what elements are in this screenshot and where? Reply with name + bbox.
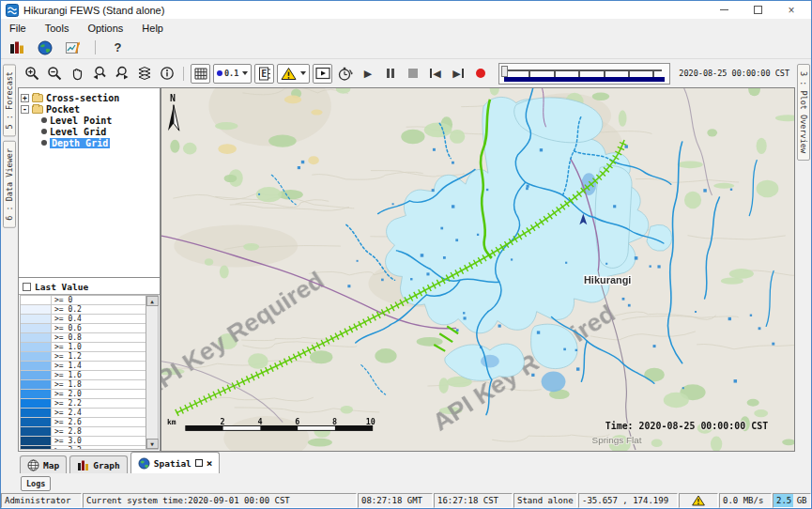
menu-tools[interactable]: Tools [45, 23, 69, 34]
tree-node-label[interactable]: Level Grid [50, 127, 106, 137]
legend-row[interactable]: >= 2.2 [21, 399, 146, 409]
record-button[interactable] [470, 64, 490, 84]
pan-hand-icon[interactable] [67, 64, 86, 84]
skip-to-start-button[interactable]: ◀ [425, 64, 445, 84]
tree-node-label[interactable]: Level Point [50, 116, 112, 126]
menu-options[interactable]: Options [87, 23, 123, 34]
legend-row[interactable]: >= 0.6 [21, 324, 146, 333]
time-slider[interactable] [498, 63, 670, 85]
legend-row[interactable]: >= 3.2 [21, 446, 146, 449]
app-window: Hikurangi FEWS (Stand alone) × File Tool… [0, 0, 812, 509]
legend-row[interactable]: >= 1.8 [21, 380, 146, 390]
menu-file[interactable]: File [9, 23, 26, 34]
scroll-down-icon[interactable]: ▼ [146, 439, 159, 449]
town-label: Hikurangi [584, 274, 631, 285]
legend-row-label: >= 2.6 [52, 418, 146, 426]
bar-chart-icon [77, 459, 89, 471]
legend-row[interactable]: >= 0.2 [21, 305, 146, 315]
legend-row[interactable]: >= 0 [21, 296, 146, 305]
grid-display-button[interactable] [191, 64, 210, 84]
tab-graph-label: Graph [93, 460, 120, 470]
expander-collapsed-icon[interactable]: + [21, 94, 29, 102]
scale-legend-button[interactable]: E [254, 64, 274, 84]
layer-bullet-icon [41, 129, 47, 134]
svg-text:2: 2 [221, 417, 225, 426]
tab-spatial-label: Spatial [154, 458, 192, 469]
tree-node-cross-section[interactable]: + Cross-section [21, 92, 158, 103]
legend-row[interactable]: >= 2.4 [21, 409, 146, 418]
spatial-globe-icon [138, 457, 150, 470]
scroll-up-icon[interactable]: ▲ [146, 296, 159, 306]
legend-row[interactable]: >= 2.0 [21, 390, 146, 399]
tree-node-depth-grid[interactable]: Depth Grid [21, 137, 158, 148]
tab-spatial[interactable]: Spatial × [130, 452, 221, 473]
legend-row[interactable]: >= 3.0 [21, 437, 146, 446]
database-chart-icon[interactable] [7, 38, 26, 57]
globe-icon[interactable] [35, 38, 54, 57]
tree-node-label-selected[interactable]: Depth Grid [50, 138, 110, 148]
zoom-out-icon[interactable] [44, 64, 64, 84]
threshold-dropdown[interactable]: 0.1 [213, 64, 252, 84]
legend-row[interactable]: >= 2.6 [21, 418, 146, 427]
expander-expanded-icon[interactable]: - [21, 105, 29, 114]
legend-row-label: >= 3.0 [52, 437, 146, 445]
tab-map[interactable]: Map [20, 455, 67, 473]
tree-node-label[interactable]: Pocket [46, 104, 80, 115]
svg-text:4: 4 [257, 417, 262, 426]
tree-node-label[interactable]: Cross-section [46, 93, 119, 103]
pause-button[interactable] [380, 64, 400, 84]
legend-row-label: >= 0 [52, 296, 146, 304]
warning-thresholds-dropdown[interactable] [277, 64, 310, 84]
legend-row[interactable]: >= 2.8 [21, 427, 146, 437]
map-canvas: API Key Required API Key Required [161, 88, 794, 451]
chevron-down-icon [300, 71, 306, 75]
legend-row[interactable]: >= 1.0 [21, 343, 146, 352]
tree-node-level-grid[interactable]: Level Grid [21, 126, 158, 137]
status-gmt-time: 08:27:18 GMT [358, 493, 433, 508]
tree-node-pocket[interactable]: - Pocket [21, 103, 158, 115]
minimize-button[interactable] [718, 5, 729, 16]
legend-color-swatch [21, 296, 52, 304]
stop-button[interactable] [403, 64, 422, 84]
status-mode: Stand alone [513, 493, 577, 508]
status-warning-cell[interactable] [679, 493, 718, 508]
legend-row[interactable]: >= 0.4 [21, 315, 146, 324]
zoom-next-icon[interactable] [112, 64, 131, 84]
legend-title: Last Value [35, 282, 88, 292]
legend-scrollbar[interactable]: ▲ ▼ [146, 296, 158, 449]
time-slider-thumb[interactable] [501, 66, 508, 77]
threshold-dot-icon [217, 70, 222, 76]
map-viewport[interactable]: API Key Required API Key Required [161, 87, 795, 452]
tab-data-viewer[interactable]: 6 : Data Viewer [3, 141, 16, 228]
legend-class-list: >= 0>= 0.2>= 0.4>= 0.6>= 0.8>= 1.0>= 1.2… [21, 296, 146, 449]
skip-to-end-button[interactable]: ▶ [448, 64, 467, 84]
legend-color-swatch [21, 343, 52, 351]
float-panel-icon[interactable] [195, 459, 203, 467]
tree-node-level-point[interactable]: Level Point [21, 115, 158, 126]
last-value-checkbox[interactable] [23, 283, 31, 291]
legend-row[interactable]: >= 0.8 [21, 333, 146, 343]
menu-help[interactable]: Help [142, 23, 163, 34]
tab-forecast[interactable]: 5 : Forecast [3, 64, 16, 136]
graph-display-icon[interactable] [63, 38, 83, 57]
close-button[interactable]: × [786, 5, 797, 16]
status-bar: Administrator Current system time:2020-0… [1, 493, 811, 508]
tab-graph[interactable]: Graph [69, 455, 128, 473]
tab-plot-overview[interactable]: 3 : Plot Overview [797, 64, 810, 161]
layers-icon[interactable] [134, 64, 154, 84]
zoom-previous-icon[interactable] [89, 64, 109, 84]
legend-row-label: >= 1.6 [52, 371, 146, 379]
zoom-in-icon[interactable] [22, 64, 41, 84]
animation-timer-icon[interactable] [335, 64, 355, 84]
animation-player-button[interactable] [313, 64, 332, 84]
help-button[interactable]: ? [108, 38, 128, 57]
play-button[interactable]: ▶ [358, 64, 377, 84]
maximize-button[interactable] [752, 5, 763, 16]
logs-button[interactable]: Logs [21, 476, 51, 491]
legend-row-label: >= 0.4 [52, 315, 146, 323]
legend-row[interactable]: >= 1.6 [21, 371, 146, 380]
legend-row[interactable]: >= 1.2 [21, 352, 146, 362]
close-panel-icon[interactable]: × [207, 458, 213, 469]
info-icon[interactable] [157, 64, 176, 84]
legend-row[interactable]: >= 1.4 [21, 362, 146, 371]
